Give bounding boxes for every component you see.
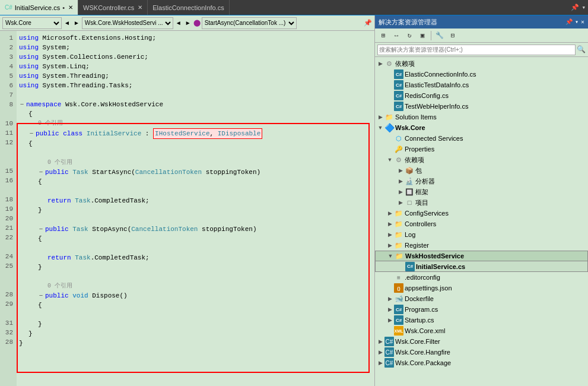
code-line: 0 个引用 [19,158,372,167]
tree-item-startup[interactable]: ▶ C# Startup.cs [375,315,588,325]
tree-item-bao[interactable]: ▶ 📦 包 [375,165,588,176]
method-select[interactable]: StartAsync(CancellationTok ...) [202,17,297,29]
tree-item-dockerfile[interactable]: ▶ 🐋 Dockerfile [375,293,588,304]
tree-label: ElasticTestDataInfo.cs [405,81,469,88]
toolbar-arrow-right2[interactable]: ► [184,20,192,26]
tree-item-appsettings[interactable]: {} appsettings.json [375,283,588,293]
cs-icon: C# [394,91,403,100]
tab-icon-cs: C# [5,4,12,11]
tab-wskcontroller[interactable]: WSKController.cs ✕ [78,0,148,15]
tree-item-wskcore[interactable]: ▼ 🔷 Wsk.Core [375,122,588,133]
tree-item-program[interactable]: ▶ C# Program.cs [375,304,588,315]
solution-search-input[interactable] [377,45,576,55]
code-line [19,310,372,319]
tree-item-project-ref[interactable]: ▶ □ 项目 [375,197,588,208]
toolbar-arrow-left[interactable]: ◄ [63,20,71,26]
tree-item-configservices[interactable]: ▶ 📁 ConfigServices [375,208,588,219]
solution-explorer-panel: 解决方案资源管理器 📌 ▾ ✕ ⊞ ↔ ↻ ▣ 🔧 ⊟ 🔍 [374,15,588,386]
tree-label: Wsk.Core.Filter [395,338,440,345]
tab-initialservice[interactable]: C# InitialService.cs • ✕ [0,0,78,15]
sol-tool-props[interactable]: 🔧 [434,30,446,42]
tree-label: Wsk.Core.xml [405,327,445,334]
cs-icon: C# [394,80,403,90]
class-select[interactable]: Wsk.Core.WskHostedServi ... [82,17,173,29]
namespace-select[interactable]: Wsk.Core [2,17,62,29]
project-icon: 🔷 [384,123,394,132]
code-line: { [19,109,372,119]
tree-item-testwebcs[interactable]: C# TestWebHelperInfo.cs [375,101,588,112]
tree-item-editorconfig[interactable]: ≡ .editorconfig [375,272,588,283]
tree-arrow-none: ▶ [396,189,405,195]
tree-label: Wsk.Core.Hangfire [395,349,450,356]
tree-item-elastictestcs[interactable]: C# ElasticTestDataInfo.cs [375,80,588,90]
cs-icon: C# [405,262,415,271]
tree-label: Log [405,231,415,238]
tree-label: 项目 [415,198,428,207]
tree-label: TestWebHelperInfo.cs [405,103,468,110]
code-line: return Task.CompletedTask; [19,253,372,262]
tree-label: WskHostedService [405,252,464,260]
solution-explorer-titlebar: 解决方案资源管理器 📌 ▾ ✕ [375,15,588,29]
toolbar-arrow-right[interactable]: ► [72,20,81,26]
tree-item-properties[interactable]: 🔑 Properties [375,144,588,154]
tab-elasticconnection[interactable]: ElasticConnectionInfo.cs [148,0,229,15]
code-toolbar: Wsk.Core ◄ ► Wsk.Core.WskHostedServi ...… [0,15,374,31]
tree-item-package[interactable]: ▶ C# Wsk.Core.Package [375,357,588,368]
tree-arrow-none: ▶ [376,114,384,120]
tree-item-wskcorexml[interactable]: XML Wsk.Core.xml [375,325,588,336]
tree-item-rediscs[interactable]: C# RedisConfig.cs [375,90,588,101]
code-line [19,215,372,224]
tree-label: Program.cs [405,306,438,313]
tab-close-icon[interactable]: ✕ [68,4,73,11]
tree-arrow-none: ▶ [396,200,405,205]
code-content[interactable]: using Microsoft.Extensions.Hosting; usin… [17,31,374,386]
tree-item-register[interactable]: ▶ 📁 Register [375,240,588,251]
title-pin-icon[interactable]: 📌 [565,18,573,26]
tree-label: 框架 [415,188,428,197]
pin-icon[interactable]: 📌 [571,4,579,11]
project2-icon: C# [384,347,394,357]
title-arrow-icon[interactable]: ▾ [575,18,579,26]
tree-item-filter[interactable]: ▶ C# Wsk.Core.Filter [375,336,588,347]
sol-tool-refresh[interactable]: ↻ [403,30,415,42]
tree-item-hangfire[interactable]: ▶ C# Wsk.Core.Hangfire [375,347,588,357]
tree-label: ElasticConnectionInfo.cs [405,71,476,78]
sol-tool-expand[interactable]: ↔ [390,30,402,42]
tree-item-controllers[interactable]: ▶ 📁 Controllers [375,219,588,229]
tree-label: Register [405,242,429,249]
tree-item-framework[interactable]: ▶ 🔲 框架 [375,186,588,197]
folder-icon: 📁 [394,241,403,250]
tab-icons-area: 📌 ▾ [568,0,588,15]
toolbar-pin[interactable]: 📌 [364,19,372,27]
sol-tool-sync[interactable]: ⊞ [377,30,389,42]
sol-tool-minus[interactable]: ⊟ [447,30,459,42]
tree-item-wskhostedservice[interactable]: ▼ 📁 WskHostedService [375,251,588,261]
tab-close-icon[interactable]: ✕ [138,4,142,11]
tree-arrow-none: ▶ [386,317,394,323]
docker-icon: 🐋 [394,294,403,303]
code-line: −namespace Wsk.Core.WskHostedService [19,100,372,109]
xml-icon: XML [394,326,403,336]
toolbar-arrow-left2[interactable]: ◄ [174,20,183,26]
tree-item-analyzer[interactable]: ▶ 🔬 分析器 [375,176,588,186]
code-editor[interactable]: 1234 5678 101112 1516 181920 2122 24 25 … [0,31,374,386]
tree-item-deps-root[interactable]: ▶ ⚙ 依赖项 [375,58,588,69]
tree-item-connected-services[interactable]: ⬡ Connected Services [375,133,588,144]
settings-icon[interactable]: ▾ [581,4,586,11]
tree-item-solution-items[interactable]: ▶ 📁 Solution Items [375,112,588,122]
tree-item-initialservice[interactable]: C# InitialService.cs [375,261,588,272]
pkg-icon: 📦 [405,166,414,175]
solution-tree[interactable]: ▶ ⚙ 依赖项 C# ElasticConnectionInfo.cs C# E… [375,57,588,386]
tree-label: Controllers [405,220,436,227]
code-line: } [19,205,372,215]
tree-item-log[interactable]: ▶ 📁 Log [375,229,588,240]
search-icon: 🔍 [577,45,586,54]
tree-item-deps[interactable]: ▼ ⚙ 依赖项 [375,154,588,165]
code-line: using System; [19,43,372,52]
tree-label: 分析器 [415,177,435,186]
sol-tool-filter[interactable]: ▣ [417,30,428,42]
title-close-icon[interactable]: ✕ [581,18,584,26]
tree-item-elasticcs[interactable]: C# ElasticConnectionInfo.cs [375,69,588,80]
folder-icon: 📁 [394,219,403,229]
code-line: 0 个引用 [19,119,372,128]
